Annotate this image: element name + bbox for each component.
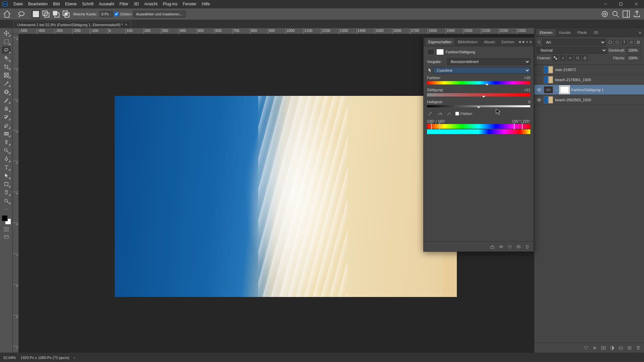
selection-new-icon[interactable] <box>32 10 40 18</box>
filter-shape-icon[interactable] <box>628 39 634 45</box>
mask-icon[interactable] <box>600 345 606 351</box>
zoom-tool[interactable] <box>2 197 11 204</box>
layer-thumbnail[interactable] <box>544 96 553 104</box>
layer-row[interactable]: beach-2179361_1920 <box>534 75 644 85</box>
document-info[interactable]: 1920 Px x 1080 Px (72 ppcm) <box>20 356 69 360</box>
saturation-value[interactable]: +11 <box>524 88 530 92</box>
filter-pixel-icon[interactable] <box>607 39 613 45</box>
dodge-tool[interactable] <box>2 147 11 154</box>
menu-hilfe[interactable]: Hilfe <box>199 2 213 6</box>
menu-plugins[interactable]: Plug-ins <box>160 2 180 6</box>
tab-eigenschaften[interactable]: Eigenschaften <box>426 39 454 45</box>
eyedropper-plus-icon[interactable]: + <box>436 111 442 117</box>
marquee-tool[interactable] <box>2 38 11 45</box>
menu-schrift[interactable]: Schrift <box>79 2 96 6</box>
collapse-icon[interactable]: ◄◄ <box>518 40 525 44</box>
move-tool[interactable] <box>2 29 11 37</box>
home-button[interactable] <box>3 10 11 18</box>
link-layers-icon[interactable] <box>583 345 589 351</box>
color-swatch[interactable] <box>2 215 11 225</box>
pen-tool[interactable] <box>2 155 11 163</box>
mask-thumbnail[interactable] <box>560 86 569 94</box>
selection-add-icon[interactable] <box>42 10 50 18</box>
fill-input[interactable] <box>627 55 641 61</box>
menu-filter[interactable]: Filter <box>117 2 131 6</box>
tab-bibliotheken[interactable]: Bibliotheken <box>455 39 481 45</box>
adjustment-icon[interactable] <box>544 86 553 94</box>
menu-ansicht[interactable]: Ansicht <box>142 2 160 6</box>
menu-fenster[interactable]: Fenster <box>180 2 199 6</box>
lightness-slider[interactable] <box>427 105 530 107</box>
clip-icon[interactable] <box>489 244 495 250</box>
trash-icon[interactable] <box>635 345 641 351</box>
search-icon[interactable] <box>611 10 620 18</box>
blur-tool[interactable] <box>2 138 11 146</box>
adjustment-layer-icon[interactable] <box>609 345 615 351</box>
layer-row[interactable]: river-219972 <box>534 65 644 75</box>
quickmask-icon[interactable] <box>3 226 9 232</box>
filter-smart-icon[interactable] <box>635 39 641 45</box>
layer-row[interactable]: Farbton/Sättigung 1 <box>534 85 644 95</box>
tab-ebenen[interactable]: Ebenen <box>536 29 556 36</box>
lasso-tool-icon[interactable] <box>17 10 26 18</box>
preset-select[interactable]: Benutzerdefiniert <box>447 58 530 65</box>
lock-paint-icon[interactable] <box>560 55 566 61</box>
eraser-tool[interactable] <box>2 122 11 129</box>
menu-bearbeiten[interactable]: Bearbeiten <box>25 2 50 6</box>
tab-kanaele[interactable]: Kanäle <box>556 29 574 36</box>
fx-icon[interactable]: fx <box>592 345 598 351</box>
shape-tool[interactable] <box>2 180 11 188</box>
select-and-mask-button[interactable]: Auswählen und maskieren... <box>133 11 185 17</box>
reset-icon[interactable] <box>507 244 513 250</box>
layer-thumbnail[interactable] <box>544 76 553 83</box>
menu-ebene[interactable]: Ebene <box>62 2 79 6</box>
toggle-visibility-icon[interactable] <box>516 244 522 250</box>
layer-filter-select[interactable]: Art <box>542 39 606 46</box>
zoom-level[interactable]: 52,84% <box>3 356 16 360</box>
close-icon[interactable]: × <box>125 22 127 27</box>
view-previous-icon[interactable] <box>498 244 504 250</box>
quick-select-tool[interactable] <box>2 55 11 62</box>
type-tool[interactable] <box>2 164 11 171</box>
brush-tool[interactable] <box>2 97 11 104</box>
maximize-button[interactable] <box>613 0 629 8</box>
colorize-checkbox[interactable]: Färben <box>455 112 472 116</box>
spectrum-range[interactable] <box>427 129 530 134</box>
hue-slider[interactable] <box>427 81 530 84</box>
menu-auswahl[interactable]: Auswahl <box>96 2 117 6</box>
eyedropper-tool[interactable] <box>2 80 11 87</box>
saturation-slider[interactable] <box>427 93 530 97</box>
document-tab[interactable]: Unbenannt-1 bei 52,8% (Farbton/Sättigung… <box>13 21 131 28</box>
close-button[interactable] <box>629 0 644 8</box>
frame-tool[interactable] <box>2 71 11 79</box>
hand-tool[interactable] <box>2 189 11 196</box>
antialias-checkbox[interactable]: Glätten <box>114 12 131 16</box>
ruler-horizontal[interactable]: -500-400-300-200-10001002003004005006007… <box>19 28 534 34</box>
ruler-vertical[interactable]: 01234567891 <box>13 34 19 353</box>
hue-value[interactable]: +18 <box>524 76 530 80</box>
new-layer-icon[interactable] <box>627 345 633 351</box>
info-chevron-icon[interactable]: › <box>74 356 75 360</box>
blend-mode-select[interactable]: Normal <box>537 47 607 54</box>
menu-bild[interactable]: Bild <box>50 2 62 6</box>
selection-subtract-icon[interactable] <box>52 10 60 18</box>
foreground-color[interactable] <box>2 215 8 221</box>
close-panel-icon[interactable]: × <box>526 40 528 44</box>
screenmode-icon[interactable] <box>3 234 9 240</box>
menu-datei[interactable]: Datei <box>11 2 25 6</box>
panel-menu-icon[interactable]: ≡ <box>530 40 532 44</box>
history-brush-tool[interactable] <box>2 113 11 121</box>
targeted-adjust-icon[interactable] <box>427 67 433 73</box>
workspace-icon[interactable] <box>622 10 631 18</box>
tab-zeichen[interactable]: Zeichen <box>498 39 517 45</box>
opacity-input[interactable] <box>627 47 641 53</box>
cloud-docs-icon[interactable] <box>600 10 609 18</box>
visibility-icon[interactable] <box>536 67 542 72</box>
feather-input[interactable] <box>100 11 113 17</box>
edit-toolbar-icon[interactable] <box>3 206 9 212</box>
delete-adjustment-icon[interactable] <box>524 244 530 250</box>
eyedropper-icon[interactable] <box>427 111 433 117</box>
lasso-tool[interactable] <box>2 46 11 54</box>
tab-absatz[interactable]: Absatz <box>481 39 498 45</box>
minimize-button[interactable] <box>598 0 613 8</box>
